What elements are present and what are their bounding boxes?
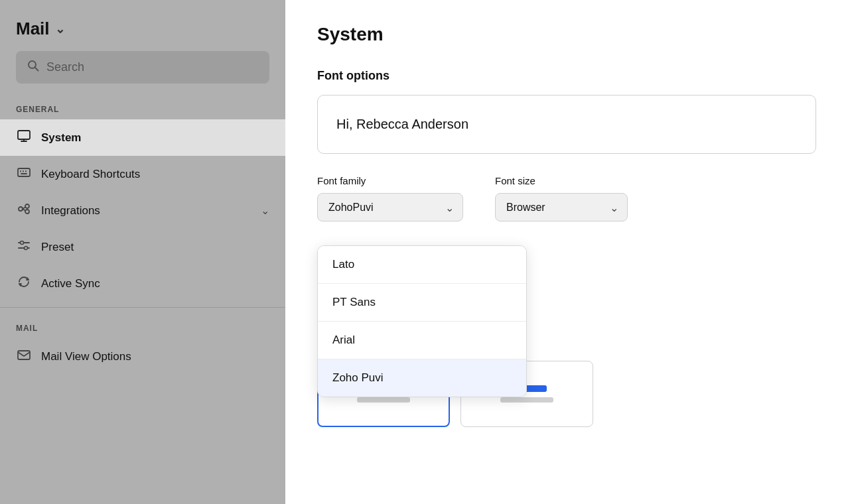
sidebar-item-mail-view-options[interactable]: Mail View Options — [0, 338, 285, 375]
sidebar-header: Mail ⌄ Search — [0, 0, 285, 94]
font-size-label: Font size — [495, 175, 628, 186]
monitor-icon — [16, 129, 32, 147]
font-preview-box: Hi, Rebecca Anderson — [317, 95, 816, 154]
svg-point-11 — [25, 204, 29, 208]
app-title-chevron-icon: ⌄ — [55, 22, 65, 36]
dropdown-item-zoho-puvi[interactable]: Zoho Puvi — [318, 359, 526, 397]
mail-icon — [16, 347, 32, 365]
svg-point-10 — [19, 207, 23, 211]
font-family-label: Font family — [317, 175, 463, 186]
font-options-title: Font options — [317, 69, 816, 83]
font-options-row: Font family ZohoPuvi Lato PT Sans Arial … — [317, 175, 816, 221]
font-size-group: Font size Browser Small Medium Large ⌄ — [495, 175, 628, 221]
sidebar-item-preset[interactable]: Preset — [0, 229, 285, 265]
sidebar-item-integrations-label: Integrations — [41, 204, 251, 218]
dropdown-item-lato[interactable]: Lato — [318, 246, 526, 283]
dropdown-item-arial[interactable]: Arial — [318, 322, 526, 359]
svg-point-18 — [25, 247, 28, 250]
sidebar-divider — [0, 307, 285, 308]
sidebar-item-mail-view-options-label: Mail View Options — [41, 350, 269, 363]
svg-line-14 — [23, 209, 25, 211]
app-title[interactable]: Mail ⌄ — [16, 19, 269, 39]
sidebar-item-integrations[interactable]: Integrations ⌄ — [0, 192, 285, 229]
font-family-dropdown: Lato PT Sans Arial Zoho Puvi — [317, 245, 527, 397]
svg-line-1 — [35, 68, 38, 71]
sidebar-item-keyboard-shortcuts[interactable]: Keyboard Shortcuts — [0, 156, 285, 192]
svg-rect-2 — [18, 131, 30, 139]
svg-rect-5 — [18, 168, 30, 176]
search-bar[interactable]: Search — [16, 51, 269, 84]
keyboard-icon — [16, 165, 32, 183]
page-title: System — [317, 24, 816, 45]
search-placeholder: Search — [46, 60, 84, 74]
font-family-select[interactable]: ZohoPuvi Lato PT Sans Arial Zoho Puvi — [317, 193, 463, 221]
sidebar-item-system[interactable]: System — [0, 119, 285, 156]
section-label-general: GENERAL — [0, 94, 285, 119]
sidebar-item-keyboard-shortcuts-label: Keyboard Shortcuts — [41, 168, 269, 181]
preview-card2-line — [500, 397, 553, 403]
svg-point-12 — [25, 210, 29, 214]
sync-icon — [16, 275, 32, 292]
preview-card-line — [357, 397, 410, 403]
sliders-icon — [16, 238, 32, 256]
main-content: System Font options Hi, Rebecca Anderson… — [285, 0, 848, 504]
sidebar: Mail ⌄ Search GENERAL System — [0, 0, 285, 504]
search-icon — [27, 59, 40, 76]
sidebar-item-system-label: System — [41, 131, 269, 145]
font-size-select[interactable]: Browser Small Medium Large — [495, 193, 628, 221]
sidebar-item-preset-label: Preset — [41, 241, 269, 254]
font-size-select-wrapper: Browser Small Medium Large ⌄ — [495, 193, 628, 221]
integration-icon — [16, 202, 32, 220]
section-label-mail: MAIL — [0, 313, 285, 338]
svg-point-17 — [21, 241, 24, 245]
app-title-text: Mail — [16, 19, 50, 39]
dropdown-item-pt-sans[interactable]: PT Sans — [318, 284, 526, 321]
sidebar-item-active-sync[interactable]: Active Sync — [0, 265, 285, 302]
svg-rect-19 — [18, 351, 30, 359]
font-family-group: Font family ZohoPuvi Lato PT Sans Arial … — [317, 175, 463, 221]
font-family-select-wrapper: ZohoPuvi Lato PT Sans Arial Zoho Puvi ⌄ — [317, 193, 463, 221]
integrations-chevron-icon: ⌄ — [261, 204, 269, 217]
preview-text: Hi, Rebecca Anderson — [336, 117, 468, 131]
sidebar-item-active-sync-label: Active Sync — [41, 277, 269, 290]
